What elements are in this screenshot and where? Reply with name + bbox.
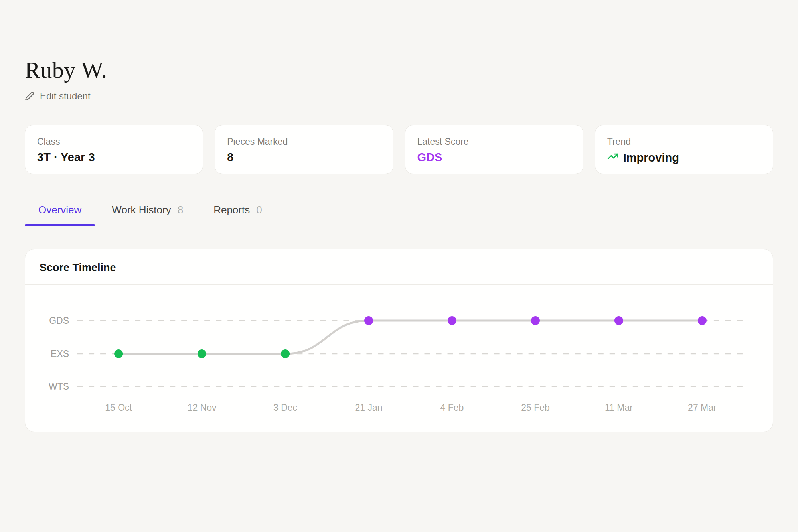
x-tick-21-jan: 21 Jan (355, 402, 383, 413)
tab-work-history[interactable]: Work History 8 (98, 204, 197, 226)
pencil-icon (25, 91, 34, 101)
stat-value-trend: Improving (623, 151, 679, 164)
stat-card-trend: Trend Improving (595, 125, 773, 174)
score-timeline-card: Score Timeline GDSEXSWTS15 Oct12 Nov3 De… (25, 249, 773, 432)
stat-label: Trend (607, 136, 761, 147)
tab-count-badge: 0 (256, 204, 262, 216)
score-timeline-chart: GDSEXSWTS15 Oct12 Nov3 Dec21 Jan4 Feb25 … (25, 285, 773, 432)
stat-value: 8 (227, 151, 381, 164)
data-point-11-mar (614, 316, 623, 325)
tab-label: Reports (213, 204, 250, 216)
x-tick-25-feb: 25 Feb (521, 402, 550, 413)
tab-label: Overview (38, 204, 81, 216)
score-timeline-title: Score Timeline (25, 249, 773, 285)
score-timeline-svg: GDSEXSWTS15 Oct12 Nov3 Dec21 Jan4 Feb25 … (25, 285, 773, 432)
data-point-12-nov (198, 349, 206, 358)
tab-count-badge: 8 (178, 204, 183, 216)
data-point-3-dec (281, 349, 290, 358)
stat-label: Latest Score (417, 136, 571, 147)
x-tick-11-mar: 11 Mar (605, 402, 633, 413)
stat-label: Pieces Marked (227, 136, 381, 147)
score-line (119, 321, 702, 354)
tab-bar: Overview Work History 8 Reports 0 (25, 204, 773, 226)
y-tick-wts: WTS (49, 381, 69, 392)
student-page: Ruby W. Edit student Class 3T · Year 3 P… (0, 0, 798, 432)
y-tick-gds: GDS (49, 315, 69, 326)
stat-cards: Class 3T · Year 3 Pieces Marked 8 Latest… (25, 125, 773, 174)
edit-student-label: Edit student (40, 91, 91, 102)
stat-card-class: Class 3T · Year 3 (25, 125, 203, 174)
y-tick-exs: EXS (51, 349, 69, 359)
stat-value: 3T · Year 3 (37, 151, 191, 164)
x-tick-15-oct: 15 Oct (105, 402, 132, 413)
stat-card-latest-score: Latest Score GDS (405, 125, 583, 174)
x-tick-12-nov: 12 Nov (188, 402, 217, 413)
data-point-25-feb (531, 316, 540, 325)
edit-student-button[interactable]: Edit student (25, 91, 91, 102)
stat-value-latest-score: GDS (417, 151, 571, 164)
data-point-21-jan (364, 316, 373, 325)
tab-reports[interactable]: Reports 0 (200, 204, 276, 226)
data-point-15-oct (114, 349, 123, 358)
data-point-27-mar (698, 316, 707, 325)
page-title: Ruby W. (25, 57, 773, 83)
x-tick-3-dec: 3 Dec (273, 402, 297, 413)
data-point-4-feb (448, 316, 456, 325)
x-tick-27-mar: 27 Mar (688, 402, 717, 413)
stat-card-pieces-marked: Pieces Marked 8 (215, 125, 393, 174)
x-tick-4-feb: 4 Feb (440, 402, 464, 413)
stat-label: Class (37, 136, 191, 147)
tab-overview[interactable]: Overview (25, 204, 95, 226)
tab-label: Work History (112, 204, 171, 216)
trending-up-icon (607, 151, 618, 165)
